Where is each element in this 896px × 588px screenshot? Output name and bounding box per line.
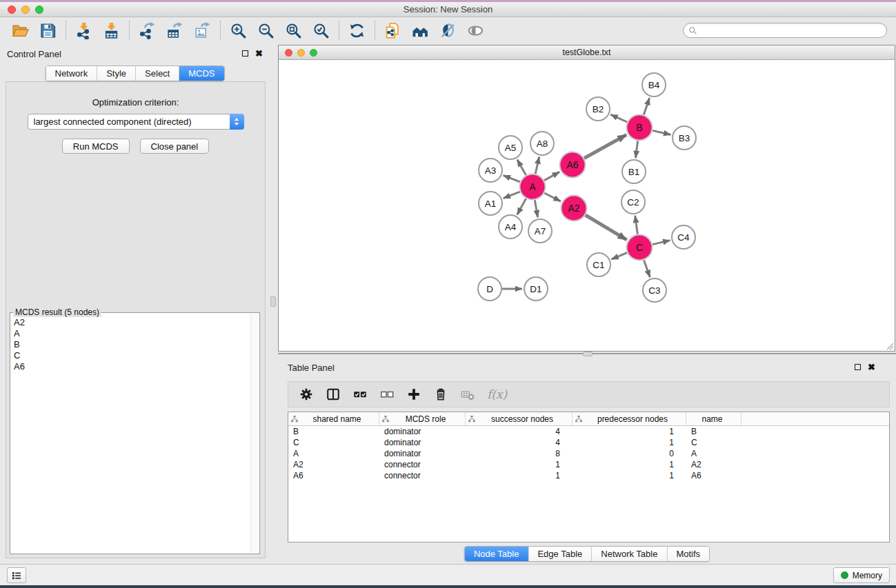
zoom-out-icon [257, 22, 275, 39]
zoom-fit-button[interactable] [283, 21, 303, 41]
column-header-name[interactable]: name [686, 412, 741, 425]
tab-style[interactable]: Style [97, 66, 135, 81]
edge-A-A8[interactable] [535, 157, 539, 174]
main-titlebar[interactable]: Session: New Session [0, 2, 896, 17]
tab-edge-table[interactable]: Edge Table [528, 547, 591, 561]
edge-B-B3[interactable] [653, 130, 671, 134]
refresh-button[interactable] [347, 21, 367, 41]
edge-A-A1[interactable] [504, 192, 520, 199]
select-all-button[interactable] [351, 385, 369, 403]
mcds-tab-content: Optimization criterion: largest connecte… [6, 81, 266, 558]
tab-motifs[interactable]: Motifs [666, 547, 709, 561]
export-image-button[interactable] [192, 21, 212, 41]
table-cell: 4 [466, 437, 573, 448]
split-panel-button[interactable] [324, 385, 342, 403]
graph-node-label-A5: A5 [505, 143, 517, 153]
delete-column-button[interactable] [432, 385, 450, 403]
close-network-window-button[interactable] [285, 49, 292, 57]
zoom-network-window-button[interactable] [310, 49, 317, 57]
minimize-network-window-button[interactable] [297, 49, 305, 57]
open-folder-button[interactable] [10, 21, 30, 41]
edge-A-A3[interactable] [504, 175, 520, 182]
network-canvas[interactable]: B4B2BB3A5A8A6A3B1AA1C2A2A4A7C4CC1C3DD1 [279, 61, 895, 351]
export-network-button[interactable] [137, 21, 157, 41]
column-header-shared-name[interactable]: shared name [288, 412, 379, 425]
table-row[interactable]: Adominator80A [288, 448, 889, 459]
edge-A-A5[interactable] [517, 159, 526, 175]
vertical-splitter-handle[interactable] [270, 296, 276, 307]
graphics-details-button[interactable] [438, 21, 458, 41]
mcds-result-item[interactable]: C [11, 350, 250, 361]
edge-A-A6[interactable] [544, 172, 559, 180]
column-header-MCDS-role[interactable]: MCDS role [379, 412, 466, 425]
resize-grip-icon[interactable] [885, 341, 894, 350]
tab-select[interactable]: Select [135, 66, 179, 81]
control-panel-title: Control Panel [7, 49, 61, 59]
mcds-result-item[interactable]: A6 [11, 361, 250, 372]
function-builder-button[interactable]: f(x) [486, 387, 507, 401]
close-window-button[interactable] [8, 6, 16, 14]
settings-gear-button[interactable] [297, 385, 315, 403]
tab-network[interactable]: Network [46, 66, 97, 81]
network-window-titlebar[interactable]: testGlobe.txt [279, 45, 895, 60]
horizontal-splitter-handle[interactable] [583, 352, 593, 356]
edge-C-C3[interactable] [644, 260, 650, 277]
float-panel-icon[interactable] [855, 364, 861, 370]
edge-A2-C[interactable] [586, 215, 627, 240]
mcds-result-list[interactable]: A2ABCA6 [11, 317, 250, 553]
toolbar-group [131, 21, 219, 41]
edge-C-C2[interactable] [635, 216, 638, 234]
close-panel-icon[interactable]: ✖ [255, 50, 263, 57]
search-input[interactable] [697, 26, 882, 35]
table-cell: 0 [573, 448, 686, 459]
edge-A-A2[interactable] [544, 193, 561, 201]
first-neighbors-button[interactable] [410, 21, 430, 41]
new-network-from-selection-button[interactable] [383, 21, 403, 41]
edge-A6-B[interactable] [584, 135, 626, 159]
minimize-window-button[interactable] [21, 6, 30, 14]
edge-B-B1[interactable] [636, 141, 638, 158]
table-body: Bdominator41BCdominator41CAdominator80AA… [288, 426, 889, 481]
show-eye-button[interactable] [466, 21, 486, 41]
deselect-all-button[interactable] [378, 385, 396, 403]
search-box[interactable] [683, 23, 887, 38]
tab-mcds[interactable]: MCDS [179, 66, 223, 81]
edge-B-B2[interactable] [610, 114, 627, 122]
task-history-button[interactable] [7, 567, 26, 583]
save-button[interactable] [38, 21, 58, 41]
import-table-button[interactable] [101, 21, 121, 41]
zoom-selected-button[interactable] [311, 21, 331, 41]
result-list-scrollbar[interactable] [250, 314, 259, 553]
edge-C-C1[interactable] [611, 253, 627, 260]
mcds-result-item[interactable]: A [11, 328, 250, 339]
delete-table-button[interactable] [459, 385, 477, 403]
edge-C-C4[interactable] [653, 241, 670, 245]
column-header-predecessor-nodes[interactable]: predecessor nodes [573, 412, 686, 425]
edge-A-A7[interactable] [535, 200, 537, 217]
edge-B-B4[interactable] [644, 98, 649, 115]
import-network-button[interactable] [74, 21, 94, 41]
export-table-button[interactable] [165, 21, 185, 41]
table-row[interactable]: A6connector11A6 [288, 470, 889, 481]
tab-network-table[interactable]: Network Table [591, 547, 666, 561]
close-panel-button[interactable]: Close panel [140, 139, 210, 154]
zoom-window-button[interactable] [35, 6, 43, 14]
table-row[interactable]: Bdominator41B [288, 426, 889, 437]
float-panel-icon[interactable] [242, 50, 248, 57]
optimization-criterion-select[interactable]: largest connected component (directed) [28, 114, 244, 130]
edge-A-A4[interactable] [517, 199, 526, 214]
close-panel-icon[interactable]: ✖ [868, 363, 875, 371]
memory-button[interactable]: Memory [833, 567, 890, 583]
add-column-button[interactable] [405, 385, 423, 403]
graph-node-label-C4: C4 [677, 232, 690, 243]
table-row[interactable]: Cdominator41C [288, 437, 889, 448]
table-cell: A [686, 448, 741, 459]
table-row[interactable]: A2connector11A2 [288, 459, 889, 470]
zoom-in-button[interactable] [228, 21, 248, 41]
tab-node-table[interactable]: Node Table [465, 547, 528, 561]
column-header-successor-nodes[interactable]: successor nodes [466, 412, 573, 425]
zoom-out-button[interactable] [256, 21, 276, 41]
mcds-result-item[interactable]: B [11, 339, 250, 350]
run-mcds-button[interactable]: Run MCDS [62, 139, 130, 154]
mcds-result-item[interactable]: A2 [11, 317, 250, 328]
